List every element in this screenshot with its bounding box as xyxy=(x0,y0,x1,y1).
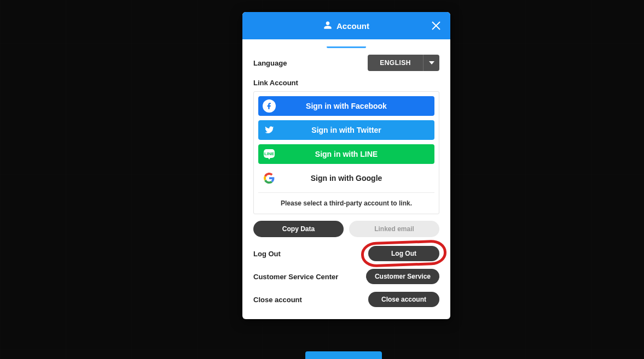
signin-google-button[interactable]: Sign in with Google xyxy=(258,168,434,188)
modal-title-wrap: Account xyxy=(323,21,369,31)
logout-button[interactable]: Log Out xyxy=(368,246,439,261)
logout-row: Log Out Log Out xyxy=(253,246,439,261)
divider xyxy=(258,192,434,193)
facebook-icon xyxy=(258,96,280,116)
language-select[interactable]: ENGLISH xyxy=(368,55,439,71)
signin-facebook-label: Sign in with Facebook xyxy=(280,102,434,110)
signin-twitter-label: Sign in with Twitter xyxy=(280,126,434,134)
chevron-down-icon xyxy=(423,55,439,71)
signin-twitter-button[interactable]: Sign in with Twitter xyxy=(258,120,434,140)
modal-body: Language ENGLISH Link Account Sign in wi… xyxy=(242,39,450,319)
customer-service-label: Customer Service Center xyxy=(253,273,338,281)
google-icon xyxy=(258,168,280,188)
close-account-button[interactable]: Close account xyxy=(368,292,439,307)
signin-google-label: Sign in with Google xyxy=(280,174,434,183)
modal-title: Account xyxy=(336,21,369,31)
svg-text:LINE: LINE xyxy=(264,151,275,156)
content-peek-divider xyxy=(327,46,366,48)
twitter-icon xyxy=(258,120,280,140)
person-icon xyxy=(323,21,332,31)
signin-line-button[interactable]: LINE Sign in with LINE xyxy=(258,144,434,164)
account-modal: Account Language ENGLISH Link Account Si… xyxy=(242,12,450,319)
language-row: Language ENGLISH xyxy=(253,55,439,71)
check-icon xyxy=(321,357,330,360)
modal-header: Account xyxy=(242,12,450,39)
signin-line-label: Sign in with LINE xyxy=(280,150,434,158)
close-account-row: Close account Close account xyxy=(253,292,439,307)
link-hint: Please select a third-party account to l… xyxy=(258,197,434,213)
close-button[interactable] xyxy=(430,19,443,32)
customer-service-row: Customer Service Center Customer Service xyxy=(253,269,439,284)
confirm-button[interactable]: Confirm xyxy=(305,351,382,359)
copy-data-button[interactable]: Copy Data xyxy=(253,221,344,237)
language-label: Language xyxy=(253,59,287,67)
signin-facebook-button[interactable]: Sign in with Facebook xyxy=(258,96,434,116)
line-icon: LINE xyxy=(258,144,280,164)
linked-email-button: Linked email xyxy=(349,221,439,237)
data-buttons-row: Copy Data Linked email xyxy=(253,221,439,237)
language-value: ENGLISH xyxy=(368,55,423,71)
close-account-label: Close account xyxy=(253,296,302,304)
link-account-box: Sign in with Facebook Sign in with Twitt… xyxy=(253,91,439,214)
logout-label: Log Out xyxy=(253,250,281,258)
customer-service-button[interactable]: Customer Service xyxy=(366,269,439,284)
link-account-label: Link Account xyxy=(253,79,439,87)
